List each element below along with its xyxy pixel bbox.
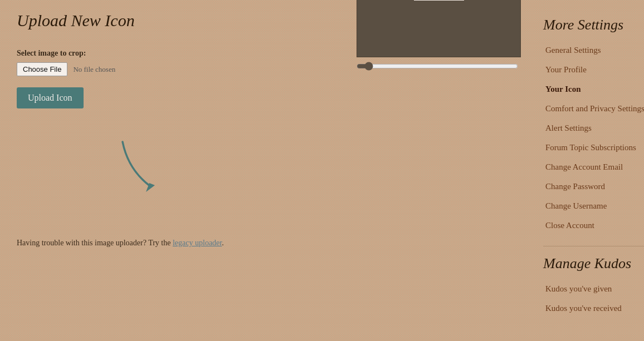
sidebar-link-close-account[interactable]: Close Account [543,216,644,235]
kudos-nav-list: Kudos you've given Kudos you've received [543,280,644,318]
more-settings-title: More Settings [543,17,644,33]
sidebar-item-your-icon[interactable]: Your Icon [543,80,644,98]
sidebar-link-forum-subscriptions[interactable]: Forum Topic Subscriptions [543,139,644,157]
slider-container [357,62,518,73]
sidebar-item-close-account[interactable]: Close Account [543,216,644,235]
upload-icon-button[interactable]: Upload Icon [17,87,84,108]
sidebar-divider [543,246,644,246]
trouble-text: Having trouble with this image uploader?… [17,239,224,248]
sidebar: More Settings General Settings Your Prof… [543,11,644,330]
sidebar-link-your-icon[interactable]: Your Icon [543,80,644,98]
legacy-uploader-link[interactable]: legacy uploader [173,239,222,247]
content-row: Select image to crop: Choose File No fil… [17,43,521,248]
select-image-label: Select image to crop: [17,49,279,58]
sidebar-link-kudos-given[interactable]: Kudos you've given [543,280,644,298]
left-controls: Select image to crop: Choose File No fil… [17,43,279,248]
sidebar-item-your-profile[interactable]: Your Profile [543,61,644,79]
sidebar-item-alert-settings[interactable]: Alert Settings [543,119,644,137]
sidebar-link-change-username[interactable]: Change Username [543,197,644,215]
trouble-prefix: Having trouble with this image uploader?… [17,239,173,247]
sidebar-item-change-password[interactable]: Change Password [543,177,644,196]
sidebar-link-general-settings[interactable]: General Settings [543,41,644,60]
choose-file-button[interactable]: Choose File [17,62,67,76]
sidebar-item-general-settings[interactable]: General Settings [543,41,644,60]
sidebar-link-change-email[interactable]: Change Account Email [543,158,644,176]
crop-preview-box [414,0,464,1]
sidebar-item-change-username[interactable]: Change Username [543,197,644,215]
trouble-suffix: . [222,239,224,247]
sidebar-link-kudos-received[interactable]: Kudos you've received [543,299,644,318]
manage-kudos-title: Manage Kudos [543,255,644,272]
main-content: Upload New Icon Select image to crop: Ch… [17,11,543,330]
sidebar-item-kudos-given[interactable]: Kudos you've given [543,280,644,298]
page-container: Upload New Icon Select image to crop: Ch… [0,0,644,341]
no-file-text: No file chosen [73,65,115,74]
sidebar-item-forum-subscriptions[interactable]: Forum Topic Subscriptions [543,139,644,157]
image-crop-area [357,0,521,57]
sidebar-nav-list: General Settings Your Profile Your Icon … [543,41,644,235]
file-input-row: Choose File No file chosen [17,62,279,76]
sidebar-link-comfort-privacy[interactable]: Comfort and Privacy Settings [543,100,644,118]
sidebar-link-change-password[interactable]: Change Password [543,177,644,196]
arrow-icon [106,136,184,203]
zoom-slider[interactable] [357,62,518,71]
sidebar-link-alert-settings[interactable]: Alert Settings [543,119,644,137]
sidebar-item-change-email[interactable]: Change Account Email [543,158,644,176]
sidebar-item-kudos-received[interactable]: Kudos you've received [543,299,644,318]
sidebar-item-comfort-privacy[interactable]: Comfort and Privacy Settings [543,100,644,118]
image-crop-wrapper [279,43,521,248]
arrow-area: Having trouble with this image uploader?… [17,136,279,248]
sidebar-link-your-profile[interactable]: Your Profile [543,61,644,79]
